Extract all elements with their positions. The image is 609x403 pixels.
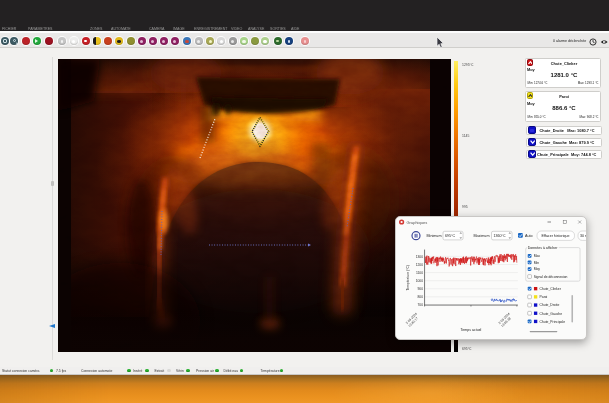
svg-text:Min: Min (533, 260, 539, 264)
svg-text:Chute_Droite: Chute_Droite (539, 303, 559, 307)
svg-text:Max: Max (533, 254, 540, 258)
svg-text:Paroi: Paroi (539, 295, 547, 299)
svg-text:900: 900 (417, 286, 423, 290)
svg-text:Données à afficher: Données à afficher (527, 246, 558, 250)
svg-text:1100: 1100 (415, 270, 422, 274)
svg-text:Chute_Principale: Chute_Principale (539, 319, 565, 323)
svg-text:Signal de déconnexion: Signal de déconnexion (533, 274, 567, 278)
svg-text:1300: 1300 (415, 254, 423, 258)
svg-text:800: 800 (417, 295, 423, 299)
svg-text:1000: 1000 (415, 278, 423, 282)
svg-text:Chute_Clinker: Chute_Clinker (539, 287, 561, 291)
svg-text:Temps actuel: Temps actuel (460, 328, 481, 332)
svg-text:1200: 1200 (415, 262, 423, 266)
svg-text:Chute_Gauche: Chute_Gauche (539, 311, 562, 315)
svg-text:Température (°C): Température (°C) (405, 264, 409, 290)
svg-text:700: 700 (417, 303, 423, 307)
svg-text:Moy: Moy (533, 267, 540, 271)
